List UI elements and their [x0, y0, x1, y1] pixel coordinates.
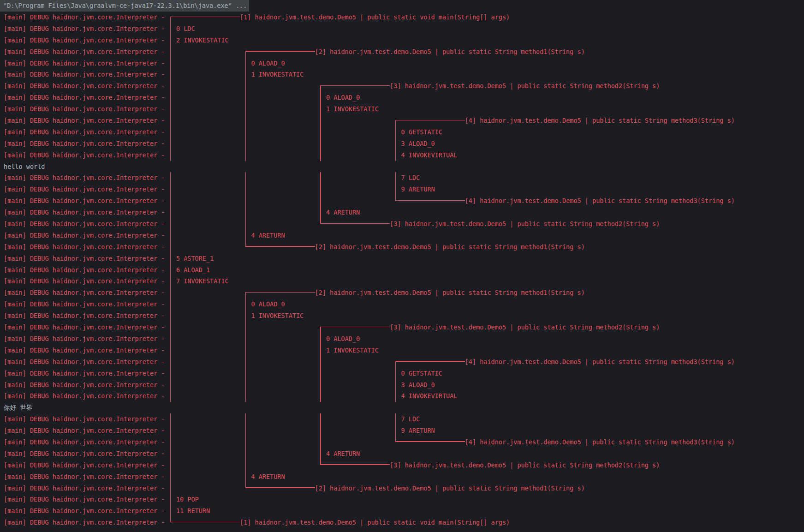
- tree-line-glyph: [244, 436, 247, 448]
- tree-line-glyph: [244, 195, 247, 207]
- tree-line-glyph: [401, 195, 405, 207]
- tree-line-glyph: [319, 218, 322, 230]
- log-line: [main] DEBUG haidnor.jvm.core.Interprete…: [4, 138, 804, 149]
- tree-line-glyph: [453, 356, 457, 368]
- tree-line-glyph: [169, 333, 173, 345]
- tree-line-glyph: [367, 460, 371, 471]
- tree-line-glyph: [337, 322, 341, 333]
- tree-line-glyph: [244, 333, 247, 345]
- tree-line-glyph: [345, 460, 349, 471]
- tree-line-glyph: [360, 460, 363, 471]
- tree-line-glyph: [266, 241, 270, 253]
- stdout-line: hello world: [4, 161, 804, 173]
- tree-line-glyph: [244, 172, 247, 184]
- tree-line-glyph: [319, 356, 322, 368]
- tree-line-glyph: [262, 287, 266, 299]
- tree-line-glyph: [199, 12, 202, 23]
- tree-line-glyph: [292, 241, 296, 253]
- tree-line-glyph: [214, 12, 217, 23]
- tree-line-glyph: [352, 460, 356, 471]
- tree-line-glyph: [319, 425, 322, 436]
- tree-line-glyph: [169, 35, 173, 46]
- tree-line-glyph: [360, 80, 363, 92]
- log-line: [main] DEBUG haidnor.jvm.core.Interprete…: [4, 23, 804, 35]
- tree-line-glyph: [393, 126, 397, 138]
- tree-line-glyph: [311, 241, 315, 253]
- tree-line-glyph: [319, 195, 322, 207]
- tree-line-glyph: [386, 218, 390, 230]
- tree-line-glyph: [420, 115, 423, 126]
- tree-line-glyph: [277, 46, 281, 58]
- tree-line-glyph: [319, 126, 322, 138]
- tree-line-glyph: [262, 241, 266, 253]
- tree-line-glyph: [169, 80, 173, 92]
- tree-line-glyph: [393, 390, 397, 402]
- tree-line-glyph: [210, 517, 214, 528]
- tree-line-glyph: [292, 46, 296, 58]
- tree-line-glyph: [169, 138, 173, 149]
- tree-line-glyph: [446, 436, 450, 448]
- tree-line-glyph: [397, 436, 401, 448]
- tree-line-glyph: [371, 460, 375, 471]
- tree-line-glyph: [255, 287, 259, 299]
- tree-line-glyph: [427, 356, 431, 368]
- tree-line-glyph: [169, 299, 173, 310]
- tree-line-glyph: [337, 460, 341, 471]
- tree-line-glyph: [375, 80, 379, 92]
- tree-line-glyph: [169, 12, 173, 23]
- tree-line-glyph: [244, 413, 247, 425]
- tree-line-glyph: [251, 46, 255, 58]
- tree-line-glyph: [214, 517, 217, 528]
- tree-line-glyph: [371, 218, 375, 230]
- log-line: [main] DEBUG haidnor.jvm.core.Interprete…: [4, 35, 804, 46]
- tree-line-glyph: [281, 241, 285, 253]
- console-output[interactable]: [main] DEBUG haidnor.jvm.core.Interprete…: [0, 12, 804, 528]
- tree-line-glyph: [281, 483, 285, 494]
- tree-line-glyph: [393, 138, 397, 149]
- tree-line-glyph: [363, 80, 367, 92]
- tree-line-glyph: [244, 69, 247, 80]
- tree-line-glyph: [169, 322, 173, 333]
- tree-line-glyph: [386, 80, 390, 92]
- titlebar: "D:\Program Files\Java\graalvm-ce-java17…: [0, 0, 804, 12]
- tree-line-glyph: [457, 115, 461, 126]
- tree-line-glyph: [262, 46, 266, 58]
- tree-line-glyph: [236, 12, 240, 23]
- tree-line-glyph: [307, 241, 311, 253]
- tree-line-glyph: [244, 92, 247, 103]
- tree-line-glyph: [401, 436, 405, 448]
- tree-line-glyph: [352, 80, 356, 92]
- tree-line-glyph: [225, 12, 229, 23]
- tree-line-glyph: [326, 80, 330, 92]
- tree-line-glyph: [319, 460, 322, 471]
- terminal-window[interactable]: "D:\Program Files\Java\graalvm-ce-java17…: [0, 0, 804, 532]
- tree-line-glyph: [450, 436, 453, 448]
- tree-line-glyph: [319, 368, 322, 379]
- tree-line-glyph: [397, 195, 401, 207]
- tree-line-glyph: [285, 483, 289, 494]
- tree-line-glyph: [393, 425, 397, 436]
- log-line: [main] DEBUG haidnor.jvm.core.Interprete…: [4, 12, 804, 23]
- tree-line-glyph: [461, 195, 465, 207]
- tree-line-glyph: [450, 195, 453, 207]
- tree-line-glyph: [330, 218, 334, 230]
- log-line: [main] DEBUG haidnor.jvm.core.Interprete…: [4, 333, 804, 345]
- tree-line-glyph: [345, 322, 349, 333]
- tree-line-glyph: [319, 322, 322, 333]
- tree-line-glyph: [266, 46, 270, 58]
- tree-line-glyph: [180, 12, 184, 23]
- tree-line-glyph: [393, 115, 397, 126]
- tree-line-glyph: [285, 241, 289, 253]
- tree-line-glyph: [416, 356, 420, 368]
- tree-line-glyph: [423, 436, 427, 448]
- tree-line-glyph: [232, 12, 236, 23]
- tree-line-glyph: [169, 195, 173, 207]
- tree-line-glyph: [285, 287, 289, 299]
- tree-line-glyph: [393, 379, 397, 391]
- tree-line-glyph: [349, 460, 352, 471]
- tree-line-glyph: [360, 322, 363, 333]
- tree-line-glyph: [169, 379, 173, 391]
- tree-line-glyph: [337, 80, 341, 92]
- tree-line-glyph: [363, 218, 367, 230]
- tree-line-glyph: [386, 322, 390, 333]
